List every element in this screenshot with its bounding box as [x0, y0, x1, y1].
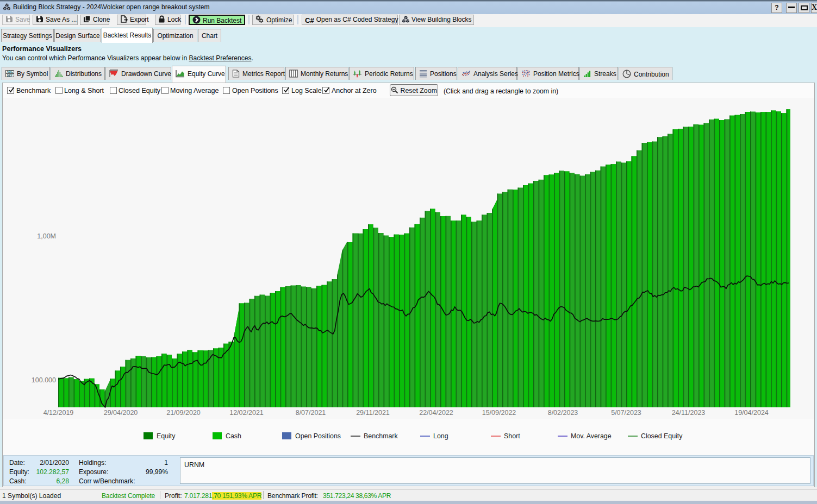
svg-text:21/09/2020: 21/09/2020	[166, 409, 201, 417]
svg-text:8/07/2021: 8/07/2021	[296, 409, 326, 417]
svg-text:29/04/2020: 29/04/2020	[104, 409, 138, 417]
svg-text:19/04/2024: 19/04/2024	[734, 409, 769, 417]
svg-text:8/02/2023: 8/02/2023	[548, 409, 578, 417]
svg-text:29/11/2021: 29/11/2021	[356, 409, 390, 417]
svg-text:24/11/2023: 24/11/2023	[672, 409, 706, 417]
svg-text:5/07/2023: 5/07/2023	[611, 409, 641, 417]
svg-text:12/02/2021: 12/02/2021	[229, 409, 264, 417]
svg-text:4/12/2019: 4/12/2019	[43, 409, 74, 417]
svg-text:100.000: 100.000	[32, 376, 56, 384]
svg-text:ABC: ABC	[7, 70, 13, 73]
svg-text:DEF: DEF	[7, 74, 13, 77]
svg-text:22/04/2022: 22/04/2022	[419, 409, 453, 417]
svg-text:15/09/2022: 15/09/2022	[482, 409, 516, 417]
svg-text:1,00M: 1,00M	[37, 232, 56, 240]
